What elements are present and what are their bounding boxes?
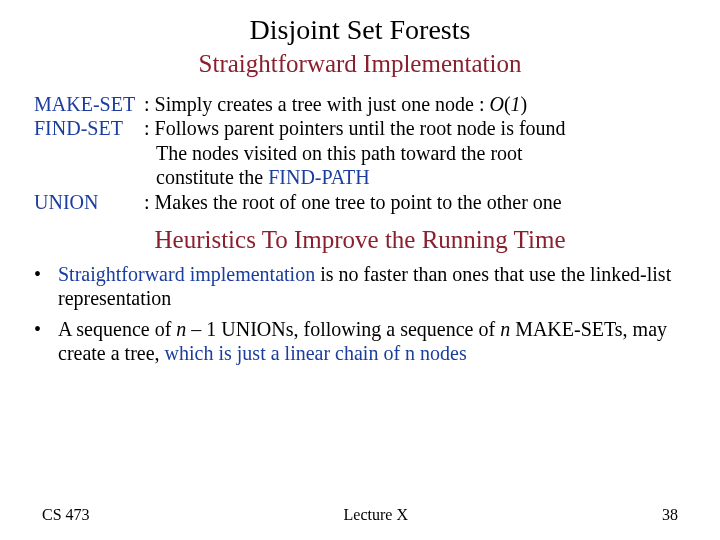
slide-title: Disjoint Set Forests	[34, 14, 686, 46]
slide-footer: CS 473 Lecture X 38	[0, 506, 720, 524]
bigO-O: O	[489, 93, 503, 115]
bullet-2-text: A sequence of n – 1 UNIONs, following a …	[58, 317, 686, 366]
findset-line2b: constitute the FIND-PATH	[34, 165, 686, 189]
bullet-2-n2: n	[500, 318, 510, 340]
bigO-open: (	[504, 93, 511, 115]
bullet-2-a: A sequence of	[58, 318, 176, 340]
slide-subtitle: Straightforward Implementation	[34, 50, 686, 78]
findpath-label: FIND-PATH	[268, 166, 370, 188]
bullet-1-text: Straightforward implementation is no fas…	[58, 262, 686, 311]
bullet-1: • Straightforward implementation is no f…	[34, 262, 686, 311]
definitions-block: MAKE-SET : Simply creates a tree with ju…	[34, 92, 686, 214]
footer-right: 38	[662, 506, 678, 524]
findset-line2b-plain: constitute the	[156, 166, 268, 188]
bullet-dot: •	[34, 317, 58, 366]
findset-line2a: The nodes visited on this path toward th…	[34, 141, 686, 165]
findset-key: FIND-SET	[34, 116, 144, 140]
bullet-2: • A sequence of n – 1 UNIONs, following …	[34, 317, 686, 366]
bullet-list: • Straightforward implementation is no f…	[34, 262, 686, 366]
makeset-key: MAKE-SET	[34, 92, 144, 116]
bullet-2-b: – 1 UNIONs, following a sequence of	[186, 318, 500, 340]
makeset-text: : Simply creates a tree with just one no…	[144, 93, 489, 115]
bullet-dot: •	[34, 262, 58, 311]
bullet-2-n1: n	[176, 318, 186, 340]
findset-line1: : Follows parent pointers until the root…	[144, 116, 686, 140]
bullet-2-highlight: which is just a linear chain of n nodes	[165, 342, 467, 364]
footer-center: Lecture X	[344, 506, 408, 524]
footer-left: CS 473	[42, 506, 90, 524]
heuristics-title: Heuristics To Improve the Running Time	[34, 226, 686, 254]
union-text: : Makes the root of one tree to point to…	[144, 190, 686, 214]
union-key: UNION	[34, 190, 144, 214]
bigO-close: )	[521, 93, 528, 115]
bigO-one: 1	[511, 93, 521, 115]
bullet-1-highlight: Straightforward implementation	[58, 263, 315, 285]
makeset-val: : Simply creates a tree with just one no…	[144, 92, 686, 116]
